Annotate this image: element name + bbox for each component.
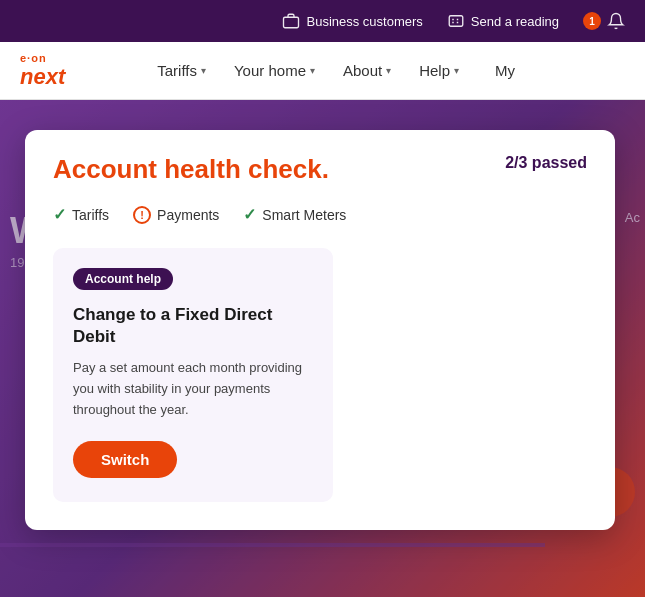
nav-tariffs-label: Tariffs [157, 62, 197, 79]
modal-title: Account health check. [53, 154, 329, 185]
nav-about-label: About [343, 62, 382, 79]
account-help-card: Account help Change to a Fixed Direct De… [53, 248, 333, 502]
card-title: Change to a Fixed Direct Debit [73, 304, 313, 348]
help-chevron-icon: ▾ [454, 65, 459, 76]
account-health-check-modal: Account health check. 2/3 passed ✓ Tarif… [25, 130, 615, 530]
tariffs-check-icon: ✓ [53, 205, 66, 224]
check-payments-label: Payments [157, 207, 219, 223]
nav-about[interactable]: About ▾ [331, 54, 403, 87]
check-smart-meters-label: Smart Meters [262, 207, 346, 223]
bell-icon [607, 12, 625, 30]
smart-meters-check-icon: ✓ [243, 205, 256, 224]
nav-my[interactable]: My [483, 54, 527, 87]
nav-tariffs[interactable]: Tariffs ▾ [145, 54, 218, 87]
nav-items: Tariffs ▾ Your home ▾ About ▾ Help ▾ My [145, 54, 527, 87]
svg-rect-1 [449, 16, 463, 27]
logo-next-text: next [20, 64, 65, 90]
check-tariffs: ✓ Tariffs [53, 205, 109, 224]
tariffs-chevron-icon: ▾ [201, 65, 206, 76]
nav-your-home[interactable]: Your home ▾ [222, 54, 327, 87]
svg-rect-0 [284, 17, 299, 28]
check-smart-meters: ✓ Smart Meters [243, 205, 346, 224]
your-home-chevron-icon: ▾ [310, 65, 315, 76]
modal-header: Account health check. 2/3 passed [53, 154, 587, 185]
nav-my-label: My [495, 62, 515, 79]
check-tariffs-label: Tariffs [72, 207, 109, 223]
logo-eon-text: e·on [20, 52, 65, 64]
payments-warn-icon: ! [133, 206, 151, 224]
card-description: Pay a set amount each month providing yo… [73, 358, 313, 420]
nav-help[interactable]: Help ▾ [407, 54, 471, 87]
briefcase-icon [282, 12, 300, 30]
notification-bell[interactable]: 1 [583, 12, 625, 30]
modal-checks: ✓ Tariffs ! Payments ✓ Smart Meters [53, 205, 587, 224]
switch-button[interactable]: Switch [73, 441, 177, 478]
check-payments: ! Payments [133, 206, 219, 224]
eon-next-logo[interactable]: e·on next [20, 52, 65, 90]
card-tag: Account help [73, 268, 173, 290]
send-reading-link[interactable]: Send a reading [447, 12, 559, 30]
top-bar: Business customers Send a reading 1 [0, 0, 645, 42]
send-reading-label: Send a reading [471, 14, 559, 29]
meter-icon [447, 12, 465, 30]
nav-your-home-label: Your home [234, 62, 306, 79]
modal-score: 2/3 passed [505, 154, 587, 172]
business-customers-label: Business customers [306, 14, 422, 29]
business-customers-link[interactable]: Business customers [282, 12, 422, 30]
notification-count: 1 [583, 12, 601, 30]
about-chevron-icon: ▾ [386, 65, 391, 76]
nav-help-label: Help [419, 62, 450, 79]
nav-bar: e·on next Tariffs ▾ Your home ▾ About ▾ … [0, 42, 645, 100]
